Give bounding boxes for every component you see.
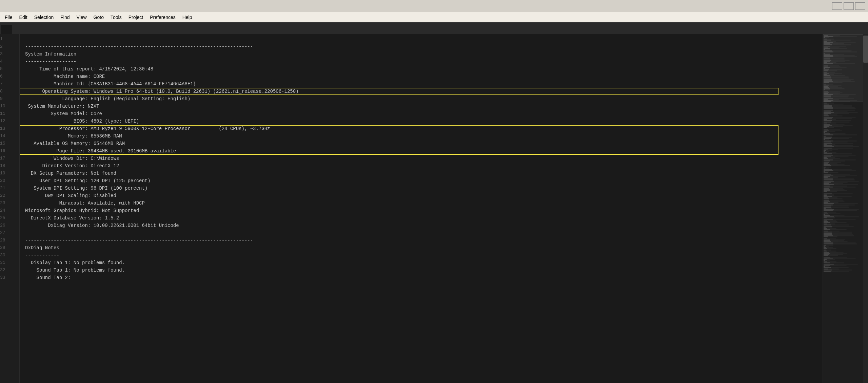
editor-line-19: DX Setup Parameters: Not found [25,170,823,177]
maximize-button[interactable] [844,2,854,10]
line-number-33: 33 [0,274,17,281]
menu-item-selection[interactable]: Selection [31,13,57,21]
editor-line-15: Available OS Memory: 65446MB RAM [25,140,823,147]
editor-line-32: Sound Tab 1: No problems found. [25,267,823,274]
line-number-21: 21 [0,185,17,192]
line-number-15: 15 [0,140,17,147]
tab-bar [0,22,868,34]
vertical-scrollbar[interactable] [863,34,868,383]
menu-item-file[interactable]: File [1,13,16,21]
menu-item-preferences[interactable]: Preferences [146,13,179,21]
line-number-28: 28 [0,237,17,244]
menu-item-goto[interactable]: Goto [90,13,107,21]
menu-bar: FileEditSelectionFindViewGotoToolsProjec… [0,12,868,22]
editor-line-29: DxDiag Notes [25,244,823,252]
editor-line-3: System Information [25,50,823,58]
minimap[interactable]: █████████▒▒▒▒▒▒▒▒▒▒▒▒▒▒▒▒▒▒▒▒▒▒▒ ███████… [823,34,863,383]
line-number-8: 8 [0,88,17,95]
line-number-18: 18 [0,162,17,170]
window-controls [832,2,865,10]
editor-line-30: ------------ [25,252,823,259]
line-number-17: 17 [0,155,17,162]
close-button[interactable] [855,2,865,10]
editor-line-23: Miracast: Available, with HDCP [25,199,823,207]
editor-line-33: Sound Tab 2: [25,274,823,281]
line-number-5: 5 [0,65,17,73]
line-number-gutter: 1234567891011121314151617181920212223242… [0,34,20,383]
line-number-22: 22 [0,192,17,199]
editor-line-20: User DPI Setting: 120 DPI (125 percent) [25,177,823,185]
menu-item-project[interactable]: Project [125,13,147,21]
line-number-14: 14 [0,132,17,140]
line-number-12: 12 [0,118,17,125]
menu-item-find[interactable]: Find [57,13,73,21]
editor-line-26: DxDiag Version: 10.00.22621.0001 64bit U… [25,222,823,229]
editor-line-2: ----------------------------------------… [25,43,823,50]
menu-item-edit[interactable]: Edit [16,13,31,21]
line-number-7: 7 [0,80,17,88]
line-number-24: 24 [0,207,17,214]
line-number-31: 31 [0,259,17,267]
minimap-viewport [823,34,863,102]
line-number-4: 4 [0,58,17,65]
line-number-3: 3 [0,50,17,58]
editor-line-14: Memory: 65536MB RAM [25,132,823,140]
line-number-29: 29 [0,244,17,252]
editor-line-7: Machine Id: {CA3A1B31-4468-4A44-A614-FE7… [25,80,823,88]
line-number-10: 10 [0,103,17,110]
editor-line-1 [25,36,823,43]
editor-line-8: Operating System: Windows 11 Pro 64-bit … [25,88,823,95]
line-number-6: 6 [0,73,17,80]
editor-line-10: System Manufacturer: NZXT [25,103,823,110]
editor-line-17: Windows Dir: C:\Windows [25,155,823,162]
line-number-25: 25 [0,214,17,222]
editor-content[interactable]: ----------------------------------------… [20,34,823,383]
line-number-26: 26 [0,222,17,229]
editor-line-27 [25,229,823,237]
editor-line-25: DirectX Database Version: 1.5.2 [25,214,823,222]
editor-line-6: Machine name: CORE [25,73,823,80]
editor-line-5: Time of this report: 4/15/2024, 12:30:48 [25,65,823,73]
editor-area: 1234567891011121314151617181920212223242… [0,34,868,383]
menu-item-help[interactable]: Help [179,13,196,21]
line-number-19: 19 [0,170,17,177]
editor-line-31: Display Tab 1: No problems found. [25,259,823,267]
menu-item-view[interactable]: View [73,13,90,21]
title-bar [0,0,868,12]
line-number-1: 1 [0,36,17,43]
line-number-32: 32 [0,267,17,274]
tab-dxdiag[interactable] [1,25,12,34]
editor-line-12: BIOS: 4802 (type: UEFI) [25,118,823,125]
editor-line-13: Processor: AMD Ryzen 9 5900X 12-Core Pro… [25,125,823,132]
editor-line-21: System DPI Setting: 96 DPI (100 percent) [25,185,823,192]
editor-line-18: DirectX Version: DirectX 12 [25,162,823,170]
line-number-2: 2 [0,43,17,50]
scrollbar-thumb[interactable] [863,36,868,63]
line-number-16: 16 [0,147,17,155]
line-number-30: 30 [0,252,17,259]
editor-line-16: Page File: 39434MB used, 30106MB availab… [25,147,823,155]
line-number-11: 11 [0,110,17,118]
minimize-button[interactable] [832,2,842,10]
editor-line-24: Microsoft Graphics Hybrid: Not Supported [25,207,823,214]
editor-line-22: DWM DPI Scaling: Disabled [25,192,823,199]
editor-line-11: System Model: Core [25,110,823,118]
line-number-13: 13 [0,125,17,132]
line-number-27: 27 [0,229,17,237]
editor-line-4: ------------------ [25,58,823,65]
line-number-20: 20 [0,177,17,185]
editor-line-28: ----------------------------------------… [25,237,823,244]
line-number-23: 23 [0,199,17,207]
menu-item-tools[interactable]: Tools [107,13,125,21]
editor-line-9: Language: English (Regional Setting: Eng… [25,95,823,103]
line-number-9: 9 [0,95,17,103]
